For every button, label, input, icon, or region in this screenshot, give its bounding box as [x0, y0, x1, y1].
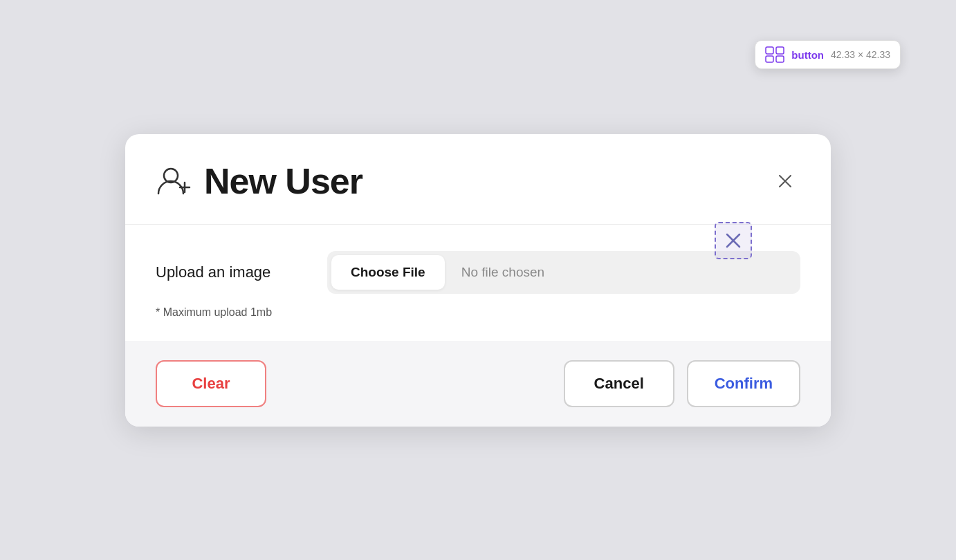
- dialog-title: New User: [204, 160, 362, 202]
- header-left: New User: [156, 160, 362, 202]
- no-file-text: No file chosen: [449, 265, 544, 280]
- tooltip-icon: [765, 46, 784, 63]
- svg-rect-3: [776, 56, 784, 62]
- close-btn-highlight: [715, 222, 752, 259]
- tooltip: button 42.33 × 42.33: [755, 40, 901, 69]
- dialog-footer: Clear Cancel Confirm: [125, 341, 831, 427]
- footer-right-buttons: Cancel Confirm: [564, 360, 800, 407]
- close-button[interactable]: [770, 166, 800, 196]
- svg-rect-1: [776, 47, 784, 54]
- tooltip-dimensions: 42.33 × 42.33: [831, 49, 890, 60]
- cancel-button[interactable]: Cancel: [564, 360, 674, 407]
- svg-rect-0: [766, 47, 773, 54]
- upload-row: Upload an image Choose File No file chos…: [156, 251, 800, 294]
- dialog-header: New User: [125, 134, 831, 225]
- choose-file-button[interactable]: Choose File: [331, 255, 445, 290]
- max-upload-note: * Maximum upload 1mb: [156, 306, 800, 319]
- user-add-icon: [156, 163, 192, 199]
- clear-button[interactable]: Clear: [156, 360, 266, 407]
- confirm-button[interactable]: Confirm: [687, 360, 800, 407]
- svg-rect-2: [766, 56, 773, 62]
- new-user-dialog: New User Upload an image Choose File No …: [125, 134, 831, 427]
- upload-label: Upload an image: [156, 263, 308, 281]
- tooltip-type-label: button: [791, 49, 824, 61]
